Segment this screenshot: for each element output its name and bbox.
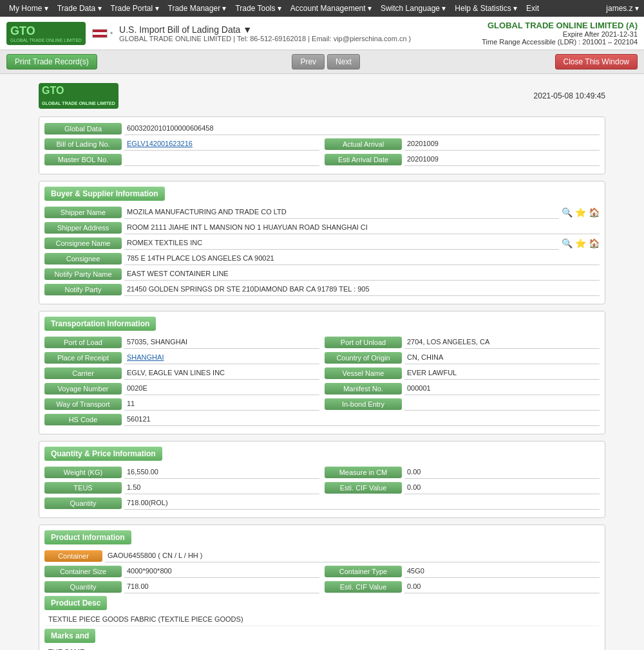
esti-arrival-value: 20201009: [404, 153, 600, 166]
close-button-top[interactable]: Close This Window: [555, 54, 638, 70]
consignee-row: Consignee 785 E 14TH PLACE LOS ANGELES C…: [44, 252, 600, 265]
logo-gto-text: GTO: [10, 24, 82, 38]
nav-switch-language[interactable]: Switch Language ▾: [377, 3, 450, 14]
page-title[interactable]: U.S. Import Bill of Lading Data ▼: [119, 24, 411, 35]
port-load-col: Port of Load 57035, SHANGHAI: [44, 336, 319, 349]
master-bol-label: Master BOL No.: [44, 154, 122, 165]
product-desc-label-row: Product Desc: [44, 596, 600, 610]
product-quantity-row: Quantity 718.00 Esti. CIF Value 0.00: [44, 580, 600, 593]
nav-trade-data[interactable]: Trade Data ▾: [53, 3, 106, 14]
header-bar: GTO GLOBAL TRADE ONLINE LIMITED • U.S. I…: [0, 17, 644, 50]
place-receipt-row: Place of Receipt SHANGHAI Country of Ori…: [44, 351, 600, 364]
teus-label: TEUS: [44, 482, 122, 494]
voyage-row: Voyage Number 0020E Manifest No. 000001: [44, 382, 600, 395]
actual-arrival-value: 20201009: [404, 138, 600, 151]
master-bol-col: Master BOL No.: [44, 153, 319, 166]
container-size-row: Container Size 4000*900*800 Container Ty…: [44, 565, 600, 578]
nav-exit[interactable]: Exit: [522, 3, 543, 14]
carrier-row: Carrier EGLV, EAGLE VAN LINES INC Vessel…: [44, 367, 600, 380]
esti-arrival-label: Esti Arrival Date: [325, 154, 402, 165]
container-type-col: Container Type 45G0: [325, 565, 600, 578]
next-button-top[interactable]: Next: [327, 54, 360, 70]
vessel-name-col: Vessel Name EVER LAWFUL: [325, 367, 600, 380]
home-icon[interactable]: 🏠: [589, 207, 600, 218]
in-bond-value: [404, 398, 600, 411]
nav-account-management[interactable]: Account Management ▾: [287, 3, 375, 14]
nav-trade-portal[interactable]: Trade Portal ▾: [107, 3, 163, 14]
container-size-label: Container Size: [44, 566, 122, 577]
shipper-address-row: Shipper Address ROOM 2111 JIAHE INT L MA…: [44, 221, 600, 234]
port-load-value: 57035, SHANGHAI: [124, 336, 319, 349]
transportation-title: Transportation Information: [44, 317, 156, 331]
flag-box: •: [92, 29, 113, 38]
voyage-label: Voyage Number: [44, 383, 122, 395]
weight-col: Weight (KG) 16,550.00: [44, 466, 319, 479]
search-icon[interactable]: 🔍: [562, 207, 573, 218]
bol-value[interactable]: EGLV142001623216: [124, 138, 319, 151]
measure-col: Measure in CM 0.00: [325, 466, 600, 479]
global-data-section: Global Data 6003202010100000606458 Bill …: [39, 116, 605, 174]
voyage-value: 0020E: [124, 382, 319, 395]
flag-separator: •: [110, 29, 113, 38]
global-data-value: 6003202010100000606458: [124, 122, 600, 135]
user-info[interactable]: james.z ▾: [606, 4, 639, 13]
shipper-address-value: ROOM 2111 JIAHE INT L MANSION NO 1 HUAYU…: [124, 221, 600, 234]
prev-button-top[interactable]: Prev: [292, 54, 325, 70]
header-left: GTO GLOBAL TRADE ONLINE LIMITED • U.S. I…: [6, 22, 411, 45]
weight-value: 16,550.00: [124, 466, 319, 479]
product-esti-cif-label: Esti. CIF Value: [325, 581, 402, 593]
actual-arrival-label: Actual Arrival: [325, 138, 402, 150]
master-bol-value: [124, 153, 319, 166]
country-origin-col: Country of Origin CN, CHINA: [325, 351, 600, 364]
notify-party-name-row: Notify Party Name EAST WEST CONTAINER LI…: [44, 268, 600, 281]
quantity-price-title: Quantity & Price Information: [44, 447, 162, 461]
consignee-value: 785 E 14TH PLACE LOS ANGELES CA 90021: [124, 252, 600, 265]
manifest-label: Manifest No.: [325, 383, 402, 395]
product-desc-section-label: Product Desc: [44, 596, 107, 610]
nav-my-home[interactable]: My Home ▾: [5, 3, 52, 14]
brand-name: GLOBAL TRADE ONLINE LIMITED (A): [482, 21, 638, 30]
print-record-button-top[interactable]: Print Trade Record(s): [6, 54, 97, 70]
consignee-label: Consignee: [44, 253, 122, 265]
place-receipt-value[interactable]: SHANGHAI: [124, 351, 319, 364]
header-title-block: U.S. Import Bill of Lading Data ▼ GLOBAL…: [119, 24, 411, 42]
weight-row: Weight (KG) 16,550.00 Measure in CM 0.00: [44, 466, 600, 479]
bol-label: Bill of Lading No.: [44, 138, 122, 150]
port-load-label: Port of Load: [44, 337, 122, 348]
vessel-name-label: Vessel Name: [325, 367, 402, 379]
nav-trade-manager[interactable]: Trade Manager ▾: [164, 3, 231, 14]
product-quantity-label: Quantity: [44, 581, 122, 593]
consignee-star-icon[interactable]: ⭐: [575, 238, 586, 248]
carrier-label: Carrier: [44, 367, 122, 379]
way-transport-value: 11: [124, 398, 319, 411]
consignee-name-value: ROMEX TEXTILES INC: [124, 237, 559, 250]
us-flag: [92, 29, 108, 38]
nav-trade-tools[interactable]: Trade Tools ▾: [231, 3, 285, 14]
global-data-label: Global Data: [44, 123, 122, 135]
record-datetime: 2021-05-08 10:49:45: [534, 91, 605, 100]
notify-party-name-label: Notify Party Name: [44, 268, 122, 280]
actual-arrival-col: Actual Arrival 20201009: [325, 138, 600, 151]
quantity-label: Quantity: [44, 497, 122, 509]
esti-arrival-col: Esti Arrival Date 20201009: [325, 153, 600, 166]
measure-value: 0.00: [404, 466, 600, 479]
nav-help-statistics[interactable]: Help & Statistics ▾: [451, 3, 521, 14]
nav-menu[interactable]: My Home ▾ Trade Data ▾ Trade Portal ▾ Tr…: [5, 3, 543, 14]
weight-label: Weight (KG): [44, 467, 122, 478]
header-subtitle: GLOBAL TRADE ONLINE LIMITED | Tel: 86-51…: [119, 35, 411, 42]
country-origin-label: Country of Origin: [325, 352, 402, 364]
shipper-icons: 🔍 ⭐ 🏠: [562, 207, 600, 218]
shipper-name-value: MOZILA MANUFACTURING AND TRADE CO LTD: [124, 206, 559, 219]
time-range: Time Range Accessible (LDR) : 201001 – 2…: [482, 38, 638, 46]
bol-col: Bill of Lading No. EGLV142001623216: [44, 138, 319, 151]
star-icon[interactable]: ⭐: [575, 207, 586, 218]
consignee-name-label: Consignee Name: [44, 237, 122, 249]
transportation-section: Transportation Information Port of Load …: [39, 311, 605, 434]
buyer-supplier-section: Buyer & Supplier Information Shipper Nam…: [39, 181, 605, 304]
bol-row: Bill of Lading No. EGLV142001623216 Actu…: [44, 138, 600, 151]
logo: GTO GLOBAL TRADE ONLINE LIMITED: [6, 22, 86, 45]
port-unload-label: Port of Unload: [325, 337, 402, 348]
port-unload-col: Port of Unload 2704, LOS ANGELES, CA: [325, 336, 600, 349]
consignee-search-icon[interactable]: 🔍: [562, 238, 573, 248]
consignee-home-icon[interactable]: 🏠: [589, 238, 600, 248]
